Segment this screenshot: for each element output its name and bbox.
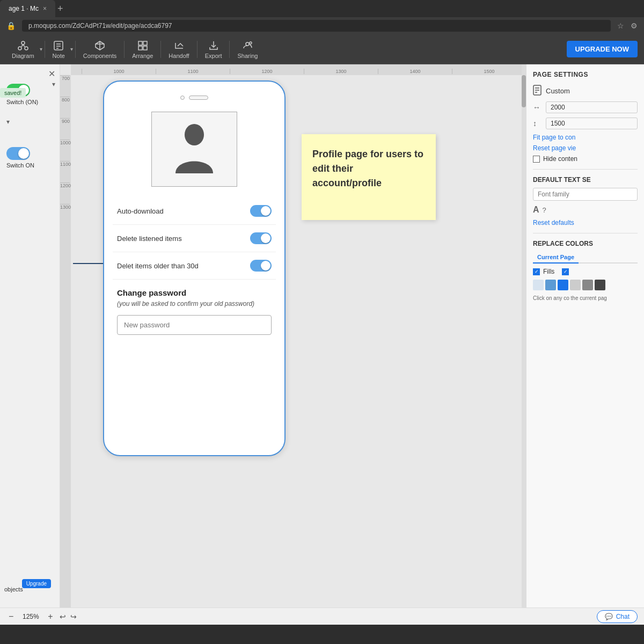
canvas-scrollbar[interactable] [522, 64, 526, 608]
fit-page-link[interactable]: Fit page to con [533, 134, 638, 141]
arrange-tool[interactable]: Arrange [127, 38, 158, 61]
phone-mockup: Auto-download Delete listened items Dele… [103, 80, 286, 456]
color-swatch-2[interactable] [545, 280, 556, 290]
handoff-label: Handoff [169, 53, 189, 59]
page-settings-title: PAGE SETTINGS [533, 71, 638, 78]
star-icon[interactable]: ☆ [617, 21, 624, 30]
bottom-bar: − 125% + ↩ ↪ 💬 Chat [0, 608, 644, 625]
color-swatch-3[interactable] [558, 280, 568, 290]
page-icon [533, 85, 541, 97]
hide-content-label: Hide conten [543, 155, 577, 163]
profile-image-box [151, 112, 237, 187]
height-icon: ↕ [533, 119, 541, 128]
zoom-in-button[interactable]: + [46, 612, 55, 621]
change-password-section: Change password (you will be asked to co… [113, 280, 276, 339]
sharing-tool[interactable]: Sharing [232, 38, 263, 61]
toolbar-separator-6 [229, 41, 230, 58]
colors-tab-row: Current Page [533, 252, 638, 264]
change-password-subtitle: (you will be asked to confirm your old p… [117, 299, 272, 309]
color-swatch-6[interactable] [595, 280, 605, 290]
components-tool[interactable]: Components [78, 38, 122, 61]
ruler-tick-v: 1100 [60, 161, 70, 182]
settings-list: Auto-download Delete listened items Dele… [113, 197, 276, 280]
panel-dropdown2-icon[interactable]: ▾ [6, 118, 53, 126]
svg-point-0 [21, 41, 25, 45]
fills-label: Fills [543, 268, 554, 275]
svg-point-2 [25, 47, 28, 50]
ruler-tick-v: 1300 [60, 204, 70, 225]
font-bold-icon: A [533, 205, 539, 215]
autodownload-label: Auto-download [117, 207, 164, 215]
color-swatch-5[interactable] [582, 280, 593, 290]
redo-button[interactable]: ↪ [70, 612, 77, 621]
width-value[interactable]: 2000 [546, 101, 638, 113]
components-label: Components [83, 53, 116, 59]
switch-on2-toggle[interactable] [6, 147, 30, 160]
ruler-tick-v: 1000 [60, 140, 70, 161]
chat-icon: 💬 [605, 613, 613, 620]
reset-page-link[interactable]: Reset page vie [533, 144, 638, 152]
delete-older-toggle[interactable] [250, 260, 272, 272]
ruler-tick: 1500 [452, 69, 526, 74]
note-tool[interactable]: Note [47, 38, 70, 61]
close-panel-icon[interactable]: ✕ [48, 69, 55, 79]
settings-icon[interactable]: ⚙ [631, 21, 638, 30]
svg-point-14 [250, 42, 252, 44]
autodownload-toggle[interactable] [250, 205, 272, 217]
export-tool[interactable]: Export [200, 38, 228, 61]
ruler-tick-v: 1200 [60, 182, 70, 204]
phone-notch [113, 90, 276, 105]
handoff-tool[interactable]: Handoff [163, 38, 194, 61]
canvas-area[interactable]: 1000 1100 1200 1300 1400 1500 700 800 90… [60, 64, 526, 608]
zoom-out-button[interactable]: − [6, 612, 16, 621]
undo-button[interactable]: ↩ [60, 612, 66, 621]
objects-label: objects [4, 586, 23, 592]
upgrade-small-button[interactable]: Upgrade [22, 579, 51, 588]
toolbar-separator-2 [75, 41, 76, 58]
custom-row: Custom [533, 85, 638, 97]
tab-title: age 1 · Mc [9, 5, 39, 12]
strokes-checkbox[interactable]: ✓ [562, 268, 569, 275]
phone-camera [180, 96, 185, 100]
svg-point-13 [246, 42, 249, 46]
svg-point-15 [185, 124, 204, 145]
note-label: Note [53, 53, 65, 59]
tab-close-icon[interactable]: × [43, 5, 47, 12]
address-input[interactable] [22, 20, 611, 32]
current-page-tab[interactable]: Current Page [533, 252, 579, 264]
new-password-input[interactable] [117, 315, 272, 335]
note-dropdown-icon[interactable]: ▾ [70, 46, 73, 52]
delete-listened-toggle[interactable] [250, 232, 272, 244]
color-swatch-4[interactable] [570, 280, 581, 290]
lock-icon: 🔒 [6, 21, 16, 30]
new-tab-icon[interactable]: + [57, 3, 63, 14]
ruler-tick-v: 900 [60, 118, 70, 140]
settings-item-delete-older: Delet items older than 30d [113, 252, 276, 280]
browser-tab[interactable]: age 1 · Mc × [0, 0, 55, 17]
scrollbar-thumb[interactable] [522, 75, 526, 107]
sticky-note: Profile page for users to edit their acc… [302, 134, 436, 220]
panel-dropdown-icon[interactable]: ▾ [52, 80, 55, 88]
strokes-check-icon: ✓ [564, 269, 568, 274]
arrange-label: Arrange [132, 53, 153, 59]
upgrade-now-button[interactable]: UPGRADE NOW [567, 41, 638, 57]
replace-colors-title: REPLACE COLORS [533, 240, 638, 247]
fills-checkbox[interactable]: ✓ [533, 268, 540, 275]
switch-on2-thumb [18, 148, 29, 159]
reset-defaults-link[interactable]: Reset defaults [533, 219, 638, 226]
profile-silhouette [170, 120, 218, 179]
diagram-tool[interactable]: Diagram [6, 38, 40, 61]
settings-item-delete-listened: Delete listened items [113, 225, 276, 252]
font-family-input[interactable] [533, 188, 638, 201]
hide-content-checkbox[interactable] [533, 156, 540, 163]
toolbar-separator-1 [45, 41, 45, 58]
ruler-tick: 1300 [304, 69, 378, 74]
default-text-title: DEFAULT TEXT SE [533, 176, 638, 184]
color-swatch-1[interactable] [533, 280, 544, 290]
checkbox-check-icon: ✓ [535, 269, 539, 274]
hide-content-row: Hide conten [533, 155, 638, 163]
diagram-dropdown-icon[interactable]: ▾ [40, 46, 42, 52]
height-value[interactable]: 1500 [546, 118, 638, 129]
switch-on2-label: Switch ON [6, 162, 34, 169]
chat-button[interactable]: 💬 Chat [597, 610, 638, 623]
